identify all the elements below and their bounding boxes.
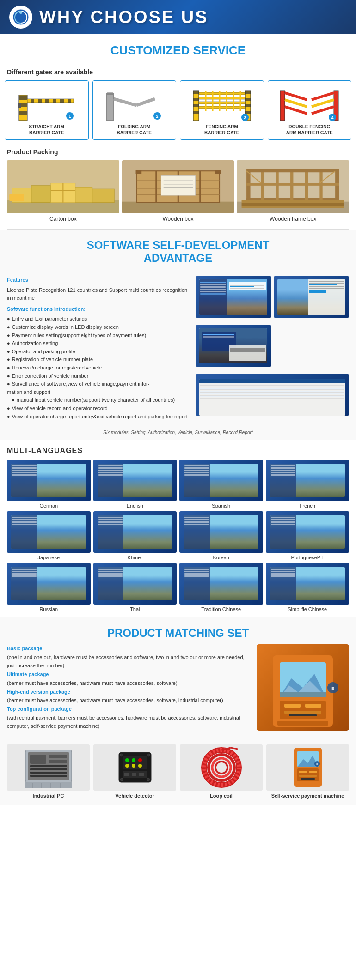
svg-rect-152 bbox=[309, 771, 317, 773]
software-heading-blue: SOFTWARE bbox=[87, 239, 150, 251]
gate-2-visual: 2 bbox=[95, 85, 174, 121]
wooden-label: Wooden box bbox=[122, 216, 234, 222]
lang-russian-screen bbox=[7, 563, 91, 605]
svg-rect-3 bbox=[19, 96, 27, 100]
svg-line-18 bbox=[136, 99, 155, 105]
gates-subtitle: Different gates are available bbox=[0, 65, 356, 78]
panel-line bbox=[271, 467, 295, 469]
lang-thai-screen bbox=[93, 563, 177, 605]
panel-line bbox=[12, 521, 37, 523]
component-loop-coil: Loop coil bbox=[180, 744, 263, 799]
payment-machine-thumb: E bbox=[266, 744, 349, 791]
svg-rect-85 bbox=[261, 171, 264, 201]
svg-rect-8 bbox=[38, 99, 42, 103]
screen-3 bbox=[196, 325, 271, 367]
lang-spanish-label: Spanish bbox=[179, 503, 263, 508]
packing-wooden-frame: Wooden frame box bbox=[237, 160, 349, 222]
panel-line bbox=[98, 474, 123, 476]
lang-korean-screen bbox=[179, 511, 263, 553]
panel-line bbox=[184, 472, 209, 473]
lang-traditional-chinese-label: Tradition Chinese bbox=[179, 606, 263, 612]
product-heading: PRODUCT MATCHING SET bbox=[7, 627, 349, 640]
lang-french-screen bbox=[266, 460, 350, 501]
panel-line bbox=[184, 573, 209, 575]
svg-rect-30 bbox=[245, 104, 251, 107]
lang-german-label: German bbox=[7, 503, 91, 508]
lang-japanese-label: Japanese bbox=[7, 555, 91, 560]
lang-russian-panel bbox=[11, 567, 37, 600]
svg-rect-153 bbox=[299, 775, 317, 777]
panel-line bbox=[98, 575, 123, 577]
svg-point-131 bbox=[138, 764, 142, 768]
lang-spanish: Spanish bbox=[179, 460, 263, 508]
svg-rect-7 bbox=[31, 99, 34, 103]
panel-line bbox=[98, 472, 123, 473]
carton-image bbox=[7, 160, 119, 213]
wooden-frame-image bbox=[237, 160, 349, 213]
top-pkg-desc: (with central payment, barriers must be … bbox=[7, 715, 240, 729]
header: WHY CHOOSE US bbox=[0, 0, 356, 34]
svg-rect-84 bbox=[335, 171, 339, 201]
gate-3-visual: 3 bbox=[183, 85, 261, 121]
lang-traditional-chinese-inner bbox=[184, 567, 258, 600]
svg-line-50 bbox=[312, 100, 334, 107]
components-grid: Industrial PC bbox=[0, 740, 356, 805]
panel-line bbox=[12, 467, 37, 469]
panel-line bbox=[98, 573, 123, 575]
panel-line bbox=[98, 470, 123, 471]
gates-grid: 1 STRAIGHT ARMBARRIER GATE 2 FOLDING ARM… bbox=[0, 78, 356, 145]
lang-korean-panel bbox=[184, 515, 210, 549]
customized-heading: CUSTOMIZED SERVICE bbox=[7, 43, 349, 58]
loop-coil-label: Loop coil bbox=[180, 793, 263, 799]
svg-rect-87 bbox=[290, 171, 293, 201]
svg-rect-88 bbox=[305, 171, 308, 201]
svg-rect-86 bbox=[276, 171, 279, 201]
svg-rect-5 bbox=[19, 111, 27, 115]
lang-french-inner bbox=[270, 464, 345, 497]
svg-rect-107 bbox=[277, 721, 328, 726]
wooden-image bbox=[122, 160, 234, 213]
panel-line bbox=[12, 474, 37, 476]
lang-khmer-inner bbox=[98, 515, 172, 549]
svg-rect-83 bbox=[246, 171, 250, 201]
software-content: Features License Plate Recognition 121 c… bbox=[0, 272, 356, 428]
gate-4: 4 DOUBLE FENCINGARM BARRIER GATE bbox=[268, 80, 352, 140]
func-12: View of operator charge report,entry&exi… bbox=[7, 413, 191, 421]
svg-point-127 bbox=[132, 758, 135, 762]
svg-rect-29 bbox=[245, 98, 251, 101]
high-end-pkg-title: High-end version package bbox=[7, 689, 70, 695]
panel-line bbox=[184, 519, 209, 520]
screen-1 bbox=[196, 276, 271, 318]
lang-korean-label: Korean bbox=[179, 555, 263, 560]
svg-point-130 bbox=[132, 764, 135, 768]
func-9: Survelllance of software,view of vehicle… bbox=[7, 380, 191, 396]
svg-point-1 bbox=[19, 11, 22, 14]
func-8: Error correction of vehicle number bbox=[7, 372, 191, 381]
gate-3-label: FENCING ARMBARRIER GATE bbox=[183, 124, 261, 136]
panel-line bbox=[12, 524, 37, 525]
basic-pkg-desc: (one in and one out, hardware must be ac… bbox=[7, 654, 245, 669]
lang-khmer-screen bbox=[93, 511, 177, 553]
svg-rect-16 bbox=[106, 93, 114, 121]
svg-rect-10 bbox=[53, 99, 56, 103]
panel-line bbox=[98, 517, 123, 518]
payment-machine-image: E bbox=[257, 644, 349, 731]
panel-line bbox=[184, 467, 209, 469]
panel-line bbox=[98, 524, 123, 525]
basic-pkg-title: Basic package bbox=[7, 646, 42, 651]
lang-japanese-screen bbox=[7, 511, 91, 553]
component-payment-machine: E Self-service payment machine bbox=[266, 744, 349, 799]
svg-rect-94 bbox=[242, 200, 344, 203]
features-desc: License Plate Recognition 121 countries … bbox=[7, 286, 191, 302]
product-heading-rest: MATCHING SET bbox=[162, 627, 249, 639]
svg-rect-23 bbox=[193, 91, 199, 94]
packing-subtitle: Product Packing bbox=[0, 145, 356, 158]
payment-machine-label: Self-service payment machine bbox=[266, 793, 349, 799]
lang-traditional-chinese: Tradition Chinese bbox=[179, 563, 263, 612]
lang-spanish-panel bbox=[184, 464, 210, 497]
svg-text:3: 3 bbox=[244, 115, 246, 120]
svg-line-146 bbox=[231, 748, 238, 749]
svg-rect-57 bbox=[31, 186, 51, 203]
svg-point-126 bbox=[125, 758, 129, 762]
lang-portuguese-screen bbox=[266, 511, 350, 553]
